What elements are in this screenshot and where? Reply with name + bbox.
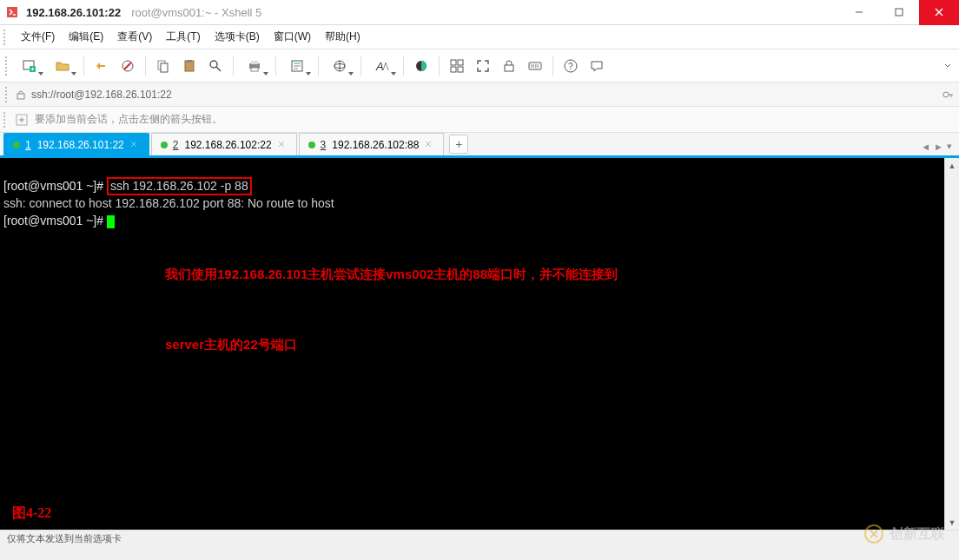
svg-text:?: ?	[568, 62, 573, 71]
terminal-command-highlight: ssh 192.168.26.102 -p 88	[107, 177, 252, 195]
svg-rect-18	[251, 68, 258, 71]
tile-icon[interactable]	[445, 54, 469, 78]
fullscreen-icon[interactable]	[471, 54, 495, 78]
password-icon[interactable]	[942, 89, 954, 101]
help-icon[interactable]: ?	[559, 54, 583, 78]
svg-rect-11	[161, 63, 168, 72]
hint-bar: 要添加当前会话，点击左侧的箭头按钮。	[0, 107, 959, 133]
terminal[interactable]: [root@vms001 ~]# ssh 192.168.26.102 -p 8…	[0, 158, 944, 530]
svg-rect-28	[451, 60, 456, 65]
window-maximize-button[interactable]	[879, 0, 919, 25]
session-tab-3[interactable]: 3 192.168.26.102:88	[299, 133, 445, 155]
tab-close-icon[interactable]	[277, 140, 288, 150]
tab-label: 192.168.26.102:88	[332, 139, 419, 151]
svg-rect-17	[251, 61, 258, 64]
titlebar-subtitle: root@vms001:~ - Xshell 5	[131, 6, 261, 19]
menu-help[interactable]: 帮助(H)	[318, 26, 367, 48]
browser-icon[interactable]	[324, 54, 355, 78]
addrbar-grip[interactable]	[5, 87, 10, 102]
title-bar: 192.168.26.101:22 root@vms001:~ - Xshell…	[0, 0, 959, 25]
toolbar-grip[interactable]	[5, 56, 10, 76]
scrollbar-down-icon[interactable]: ▼	[945, 515, 959, 530]
open-icon[interactable]	[47, 54, 78, 78]
svg-point-39	[943, 92, 949, 97]
address-url[interactable]: ssh://root@192.168.26.101:22	[31, 89, 936, 101]
status-dot-icon	[161, 142, 168, 148]
status-text: 仅将文本发送到当前选项卡	[7, 532, 122, 545]
toolbar-overflow-icon[interactable]	[942, 62, 954, 70]
svg-rect-32	[505, 65, 513, 71]
paste-icon[interactable]	[177, 54, 202, 78]
svg-rect-31	[458, 67, 463, 72]
terminal-prompt: [root@vms001 ~]#	[3, 179, 107, 193]
menu-edit[interactable]: 编辑(E)	[62, 26, 110, 48]
new-session-icon[interactable]	[14, 54, 45, 78]
window-minimize-button[interactable]	[839, 0, 879, 25]
svg-rect-38	[17, 94, 24, 99]
properties-icon[interactable]	[281, 54, 313, 78]
svg-line-9	[124, 63, 131, 69]
terminal-scrollbar[interactable]: ▲ ▼	[944, 158, 959, 530]
feedback-icon[interactable]	[585, 54, 609, 78]
tab-strip: 1 192.168.26.101:22 2 192.168.26.102:22 …	[0, 133, 959, 158]
status-dot-icon	[308, 142, 315, 148]
tab-number: 1	[25, 139, 31, 151]
terminal-cursor	[107, 215, 115, 228]
session-tab-2[interactable]: 2 192.168.26.102:22	[151, 133, 297, 155]
window-close-button[interactable]	[919, 0, 959, 25]
font-icon[interactable]: A	[367, 54, 398, 78]
scrollbar-up-icon[interactable]: ▲	[945, 158, 959, 173]
tab-next-icon[interactable]: ►	[934, 142, 943, 152]
svg-rect-29	[458, 60, 463, 65]
toolbar: A ?	[0, 49, 959, 82]
reconnect-icon[interactable]	[89, 54, 114, 78]
menu-tools[interactable]: 工具(T)	[159, 26, 207, 48]
tab-nav: ◄ ► ▾	[921, 141, 956, 155]
terminal-prompt: [root@vms001 ~]#	[3, 214, 107, 227]
menu-file[interactable]: 文件(F)	[14, 26, 62, 48]
print-icon[interactable]	[239, 54, 270, 78]
svg-rect-13	[187, 60, 192, 63]
status-dot-icon	[13, 142, 20, 148]
add-session-button[interactable]	[14, 112, 30, 128]
menu-bar: 文件(F) 编辑(E) 查看(V) 工具(T) 选项卡(B) 窗口(W) 帮助(…	[0, 25, 959, 49]
find-icon[interactable]	[203, 54, 228, 78]
terminal-output: ssh: connect to host 192.168.26.102 port…	[3, 196, 334, 210]
menubar-grip[interactable]	[3, 30, 9, 45]
svg-rect-33	[529, 63, 541, 69]
svg-text:A: A	[375, 60, 384, 73]
tab-label: 192.168.26.102:22	[184, 139, 271, 151]
status-bar: 仅将文本发送到当前选项卡	[0, 530, 959, 547]
hintbar-grip[interactable]	[3, 112, 9, 128]
tab-label: 192.168.26.101:22	[37, 139, 124, 151]
svg-line-15	[216, 67, 221, 71]
tab-close-icon[interactable]	[129, 140, 140, 150]
titlebar-host: 192.168.26.101:22	[26, 6, 121, 19]
lock-icon[interactable]	[497, 54, 521, 78]
tab-list-icon[interactable]: ▾	[947, 141, 952, 152]
annotation-text: 我们使用192.168.26.101主机尝试连接vms002主机的88端口时，并…	[165, 215, 618, 403]
hint-text: 要添加当前会话，点击左侧的箭头按钮。	[35, 112, 222, 127]
svg-point-14	[210, 61, 217, 68]
tab-number: 2	[173, 139, 179, 151]
keyboard-icon[interactable]	[523, 54, 547, 78]
scrollbar-track[interactable]	[945, 173, 959, 515]
address-bar: ssh://root@192.168.26.101:22	[0, 82, 959, 107]
tab-number: 3	[321, 139, 327, 151]
menu-view[interactable]: 查看(V)	[110, 26, 159, 48]
copy-icon[interactable]	[151, 54, 175, 78]
session-tab-1[interactable]: 1 192.168.26.101:22	[3, 133, 149, 155]
tab-prev-icon[interactable]: ◄	[921, 142, 930, 152]
disconnect-icon[interactable]	[116, 54, 140, 78]
figure-label: 图4-22	[12, 504, 51, 521]
color-scheme-icon[interactable]	[409, 54, 433, 78]
svg-rect-30	[451, 67, 456, 72]
svg-rect-1	[896, 9, 903, 16]
menu-tabs[interactable]: 选项卡(B)	[208, 26, 267, 48]
xshell-app-icon	[5, 5, 19, 19]
menu-window[interactable]: 窗口(W)	[267, 26, 318, 48]
tab-add-button[interactable]: +	[449, 135, 468, 154]
lock-small-icon	[16, 89, 26, 100]
tab-close-icon[interactable]	[424, 140, 434, 150]
